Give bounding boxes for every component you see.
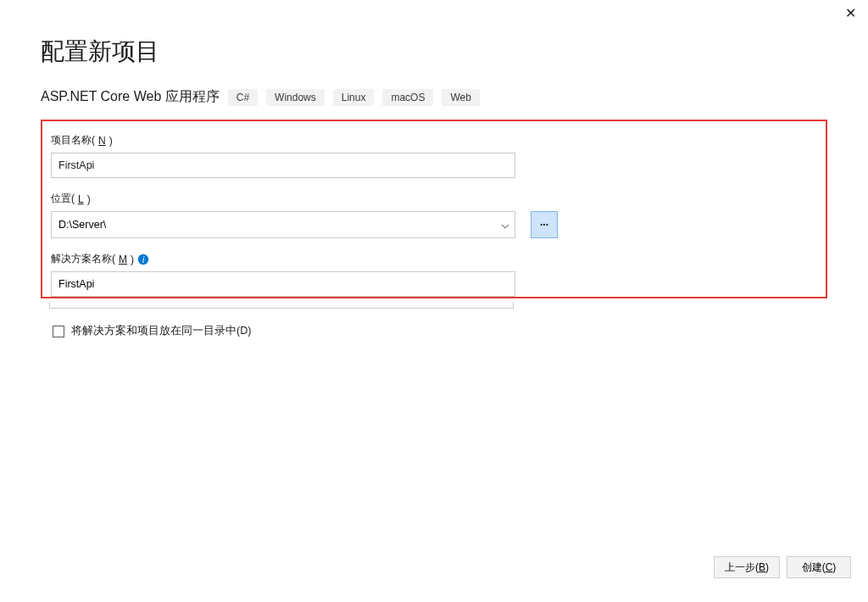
project-name-input[interactable] [51, 153, 515, 178]
back-button[interactable]: 上一步(B) [714, 556, 780, 578]
create-button[interactable]: 创建(C) [787, 556, 851, 578]
close-icon[interactable]: ✕ [845, 7, 856, 20]
solution-name-label: 解决方案名称(M) i [51, 252, 817, 266]
same-directory-checkbox[interactable] [53, 326, 64, 337]
tag-linux: Linux [333, 89, 375, 106]
solution-name-input-overflow [49, 302, 514, 309]
info-icon: i [137, 254, 149, 265]
location-input[interactable] [51, 211, 515, 238]
same-directory-label: 将解决方案和项目放在同一目录中(D) [71, 324, 251, 338]
browse-button[interactable]: ... [531, 211, 558, 238]
page-title: 配置新项目 [41, 36, 827, 68]
tag-macos: macOS [382, 89, 433, 106]
highlighted-region: 项目名称(N) 位置(L) ... 解决方案名称(M) [41, 120, 827, 298]
tag-windows: Windows [266, 89, 325, 106]
location-label: 位置(L) [51, 192, 817, 206]
solution-name-input[interactable] [51, 271, 515, 297]
location-combo[interactable] [51, 211, 515, 238]
template-header: ASP.NET Core Web 应用程序 C# Windows Linux m… [41, 88, 827, 106]
tag-csharp: C# [228, 89, 258, 106]
tag-web: Web [442, 89, 479, 106]
project-name-label: 项目名称(N) [51, 133, 817, 148]
template-name: ASP.NET Core Web 应用程序 [41, 88, 220, 106]
